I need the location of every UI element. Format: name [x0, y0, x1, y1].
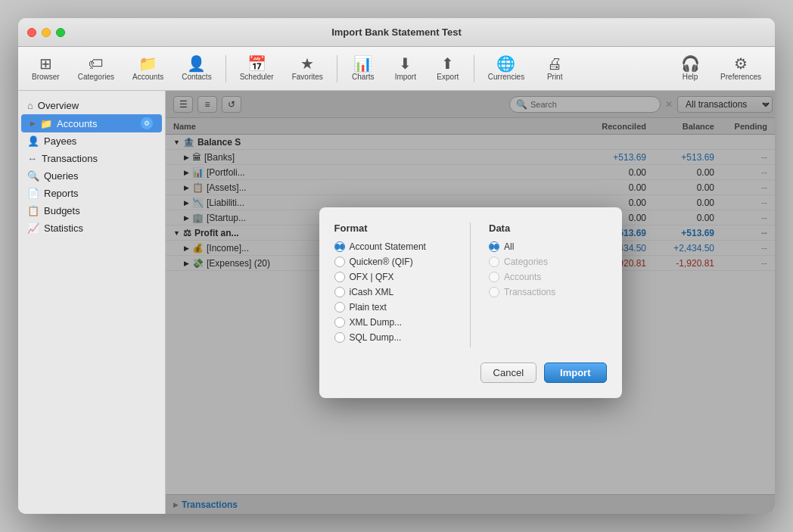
toolbar-charts[interactable]: 📊 Charts — [344, 53, 383, 84]
toolbar-currencies[interactable]: 🌐 Currencies — [480, 53, 532, 84]
toolbar-browser[interactable]: ⊞ Browser — [24, 53, 67, 84]
sidebar-item-transactions[interactable]: ↔ Transactions — [18, 150, 165, 167]
contacts-label: Contacts — [182, 73, 211, 81]
window-title: Import Bank Statement Test — [331, 26, 462, 38]
format-option-xml-dump[interactable]: XML Dump... — [334, 317, 452, 328]
charts-label: Charts — [352, 73, 374, 81]
radio-xml-dump — [334, 317, 345, 328]
format-option-plain-text[interactable]: Plain text — [334, 302, 452, 313]
toolbar-scheduler[interactable]: 📅 Scheduler — [232, 53, 281, 84]
scheduler-icon: 📅 — [247, 56, 266, 71]
charts-icon: 📊 — [353, 56, 372, 71]
sidebar-reports-label: Reports — [44, 188, 79, 199]
sidebar-accounts-label: Accounts — [57, 118, 97, 129]
toolbar-print[interactable]: 🖨 Print — [535, 53, 574, 84]
budgets-icon: 📋 — [27, 205, 39, 216]
maximize-button[interactable] — [56, 28, 65, 37]
sidebar-queries-label: Queries — [44, 170, 79, 182]
toolbar-sep-2 — [337, 55, 337, 82]
transactions-icon: ↔ — [27, 153, 37, 164]
cancel-button[interactable]: Cancel — [480, 362, 536, 383]
main-area: ⌂ Overview ▶ 📁 Accounts ⚙ 👤 Payees ↔ Tra… — [18, 91, 775, 514]
format-option-account-statement[interactable]: Account Statement — [334, 241, 452, 252]
toolbar-accounts[interactable]: 📁 Accounts — [125, 53, 171, 84]
data-transactions-label: Transactions — [504, 287, 555, 297]
data-section: Data All Categories — [489, 222, 607, 347]
format-plain-text-label: Plain text — [350, 302, 387, 313]
accounts-icon: 📁 — [138, 56, 157, 71]
sidebar-overview-label: Overview — [38, 100, 79, 111]
toolbar-sep-3 — [474, 55, 474, 82]
sidebar-item-reports[interactable]: 📄 Reports — [18, 185, 165, 202]
import-icon: ⬇ — [399, 56, 412, 71]
data-option-all[interactable]: All — [489, 241, 607, 252]
sidebar-payees-label: Payees — [44, 135, 76, 147]
toolbar-help[interactable]: 🎧 Help — [670, 53, 710, 84]
export-icon: ⬆ — [441, 56, 454, 71]
categories-icon: 🏷 — [89, 56, 104, 71]
radio-transactions — [489, 287, 499, 297]
sidebar: ⌂ Overview ▶ 📁 Accounts ⚙ 👤 Payees ↔ Tra… — [18, 91, 166, 514]
data-categories-label: Categories — [504, 257, 548, 267]
toolbar-contacts[interactable]: 👤 Contacts — [174, 53, 219, 84]
traffic-lights — [27, 28, 65, 37]
format-sql-dump-label: SQL Dump... — [350, 332, 402, 343]
format-section: Format Account Statement Quicken® (QIF — [334, 222, 452, 347]
currencies-icon: 🌐 — [496, 56, 515, 71]
sidebar-item-payees[interactable]: 👤 Payees — [18, 132, 165, 150]
modal-footer: Cancel Import — [334, 362, 607, 383]
data-option-categories: Categories — [489, 257, 607, 267]
help-icon: 🎧 — [681, 56, 700, 71]
folder-icon: 📁 — [40, 118, 52, 129]
modal-divider — [470, 222, 471, 347]
categories-label: Categories — [78, 73, 114, 81]
favorites-label: Favorites — [292, 73, 323, 81]
format-icash-label: iCash XML — [350, 287, 394, 297]
radio-account-statement — [334, 241, 345, 252]
format-xml-dump-label: XML Dump... — [350, 317, 403, 328]
minimize-button[interactable] — [42, 28, 51, 37]
format-option-quicken[interactable]: Quicken® (QIF) — [334, 257, 452, 267]
data-option-accounts: Accounts — [489, 272, 607, 282]
format-option-icash[interactable]: iCash XML — [334, 287, 452, 297]
sidebar-item-queries[interactable]: 🔍 Queries — [18, 167, 165, 185]
toolbar-preferences[interactable]: ⚙ Preferences — [713, 53, 769, 84]
format-title: Format — [334, 222, 452, 234]
sidebar-item-overview[interactable]: ⌂ Overview — [18, 97, 165, 114]
format-option-sql-dump[interactable]: SQL Dump... — [334, 332, 452, 343]
close-button[interactable] — [27, 28, 36, 37]
print-icon: 🖨 — [547, 56, 562, 71]
radio-quicken — [334, 257, 345, 267]
favorites-icon: ★ — [300, 56, 314, 71]
import-label: Import — [395, 73, 416, 81]
currencies-label: Currencies — [488, 73, 524, 81]
queries-icon: 🔍 — [27, 170, 39, 182]
toolbar-categories[interactable]: 🏷 Categories — [70, 53, 122, 84]
scheduler-label: Scheduler — [240, 73, 274, 81]
toolbar-favorites[interactable]: ★ Favorites — [285, 53, 331, 84]
sidebar-item-budgets[interactable]: 📋 Budgets — [18, 202, 165, 219]
accounts-badge: ⚙ — [141, 117, 153, 129]
browser-label: Browser — [32, 73, 60, 81]
format-quicken-label: Quicken® (QIF) — [350, 257, 413, 267]
radio-accounts — [489, 272, 499, 282]
statistics-icon: 📈 — [27, 222, 39, 234]
titlebar: Import Bank Statement Test — [18, 18, 775, 47]
sidebar-budgets-label: Budgets — [44, 205, 80, 216]
toolbar-export[interactable]: ⬆ Export — [428, 53, 468, 84]
modal-overlay: Format Account Statement Quicken® (QIF — [166, 91, 775, 514]
radio-plain-text — [334, 302, 345, 313]
import-button[interactable]: Import — [544, 362, 606, 383]
format-account-statement-label: Account Statement — [350, 241, 426, 252]
radio-all — [489, 241, 499, 252]
radio-categories — [489, 257, 499, 267]
sidebar-item-accounts[interactable]: ▶ 📁 Accounts ⚙ — [21, 114, 162, 132]
toolbar-import[interactable]: ⬇ Import — [386, 53, 425, 84]
reports-icon: 📄 — [27, 188, 39, 199]
toolbar-sep-1 — [225, 55, 226, 82]
print-label: Print — [547, 73, 563, 81]
sidebar-item-statistics[interactable]: 📈 Statistics — [18, 219, 165, 237]
format-option-ofx[interactable]: OFX | QFX — [334, 272, 452, 282]
preferences-label: Preferences — [720, 73, 761, 81]
export-label: Export — [437, 73, 459, 81]
